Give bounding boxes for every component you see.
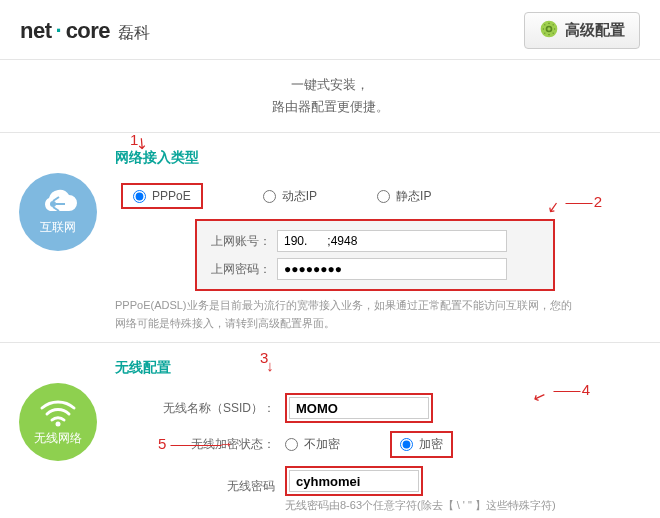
wan-type-pppoe-label: PPPoE	[152, 189, 191, 203]
wan-type-static-label: 静态IP	[396, 188, 431, 205]
wifi-password-row: 无线密码 无线密码由8-63个任意字符(除去【 \ ' " 】这些特殊字符)	[145, 462, 640, 517]
wan-type-pppoe[interactable]: PPPoE	[121, 183, 203, 209]
wireless-badge-col: 无线网络	[0, 353, 115, 517]
encryption-row: 无线加密状态： 不加密 加密	[145, 427, 640, 462]
wireless-rows: 无线名称（SSID）： 无线加密状态： 不加密 加密	[145, 389, 640, 517]
encryption-off-radio[interactable]	[285, 438, 298, 451]
ssid-label: 无线名称（SSID）：	[145, 400, 285, 417]
encryption-options: 不加密 加密	[285, 431, 453, 458]
wan-type-row: PPPoE 动态IP 静态IP	[115, 179, 640, 219]
logo-text-core: core	[66, 18, 110, 44]
internet-badge-label: 互联网	[40, 219, 76, 236]
logo-dot-icon: ·	[56, 18, 62, 44]
ssid-highlight	[285, 393, 433, 423]
tagline-line1: 一键式安装，	[0, 74, 660, 96]
wan-type-static-radio[interactable]	[377, 190, 390, 203]
pppoe-account-input[interactable]	[277, 230, 507, 252]
wifi-password-cell: 无线密码由8-63个任意字符(除去【 \ ' " 】这些特殊字符)	[285, 466, 556, 513]
logo-text-cn: 磊科	[118, 23, 150, 44]
pppoe-account-label: 上网账号：	[205, 233, 277, 250]
internet-section: 1↘ ↙—— 2 互联网 网络接入类型 PPPoE 动态IP 静态IP	[0, 133, 660, 343]
cloud-icon	[37, 189, 79, 217]
wan-type-pppoe-radio[interactable]	[133, 190, 146, 203]
wireless-section: 3↓ ↙—— 4 5 ————→ 无线网络 无线配置 无线名称（SSID）： 无…	[0, 343, 660, 518]
ssid-row: 无线名称（SSID）：	[145, 389, 640, 427]
internet-badge: 互联网	[19, 173, 97, 251]
pppoe-account-row: 上网账号：	[205, 227, 545, 255]
logo: net·core 磊科	[20, 18, 150, 44]
svg-point-2	[55, 421, 60, 426]
internet-content: 网络接入类型 PPPoE 动态IP 静态IP 上网账号： 上网密码：	[115, 143, 660, 332]
encryption-label: 无线加密状态：	[145, 436, 285, 453]
wireless-content: 无线配置 无线名称（SSID）： 无线加密状态： 不加密 加密	[115, 353, 660, 517]
pppoe-password-row: 上网密码：	[205, 255, 545, 283]
advanced-config-label: 高级配置	[565, 21, 625, 40]
wifi-icon	[38, 398, 78, 428]
encryption-on[interactable]: 加密	[390, 431, 453, 458]
logo-text-net: net	[20, 18, 52, 44]
wan-type-dhcp-label: 动态IP	[282, 188, 317, 205]
advanced-config-button[interactable]: 高级配置	[524, 12, 640, 49]
encryption-on-label: 加密	[419, 436, 443, 453]
wan-type-dhcp[interactable]: 动态IP	[263, 188, 317, 205]
wireless-title: 无线配置	[115, 359, 640, 377]
pppoe-password-label: 上网密码：	[205, 261, 277, 278]
wan-type-static[interactable]: 静态IP	[377, 188, 431, 205]
pppoe-credentials-box: 上网账号： 上网密码：	[195, 219, 555, 291]
encryption-off[interactable]: 不加密	[285, 436, 340, 453]
ssid-input[interactable]	[289, 397, 429, 419]
encryption-on-radio[interactable]	[400, 438, 413, 451]
wifi-password-label: 无线密码	[145, 466, 285, 495]
gear-icon	[539, 19, 559, 42]
encryption-off-label: 不加密	[304, 436, 340, 453]
tagline: 一键式安装， 路由器配置更便捷。	[0, 60, 660, 133]
internet-title: 网络接入类型	[115, 149, 640, 167]
wifi-password-input[interactable]	[289, 470, 419, 492]
internet-badge-col: 互联网	[0, 143, 115, 332]
pppoe-help-text: PPPoE(ADSL)业务是目前最为流行的宽带接入业务，如果通过正常配置不能访问…	[115, 297, 575, 332]
svg-point-1	[50, 201, 56, 207]
wifi-password-hint: 无线密码由8-63个任意字符(除去【 \ ' " 】这些特殊字符)	[285, 498, 556, 513]
pppoe-password-input[interactable]	[277, 258, 507, 280]
wireless-badge-label: 无线网络	[34, 430, 82, 447]
wan-type-dhcp-radio[interactable]	[263, 190, 276, 203]
tagline-line2: 路由器配置更便捷。	[0, 96, 660, 118]
wireless-badge: 无线网络	[19, 383, 97, 461]
wifi-password-highlight	[285, 466, 423, 496]
header: net·core 磊科 高级配置	[0, 0, 660, 60]
